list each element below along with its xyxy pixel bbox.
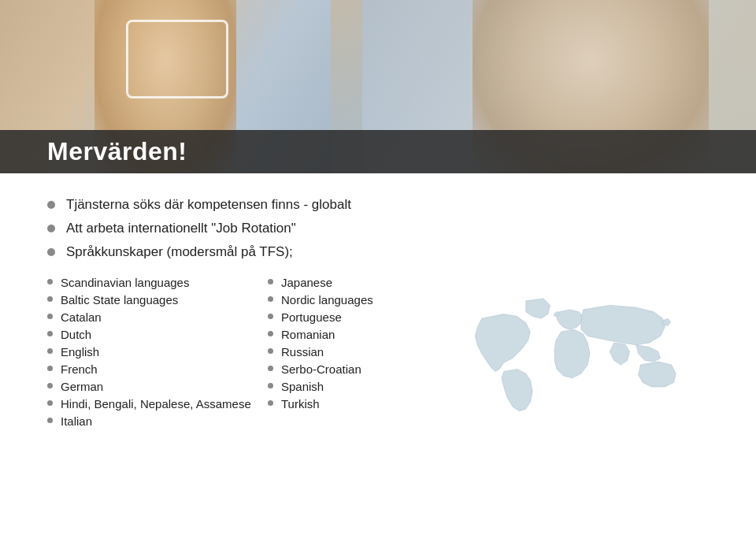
language-column-2: Japanese Nordic languages Portuguese Rom… <box>268 276 441 432</box>
lang-text-hindi: Hindi, Bengali, Nepalese, Assamese <box>61 397 251 411</box>
lang-item-dutch: Dutch <box>47 328 268 341</box>
languages-section: Scandinavian languages Baltic State lang… <box>47 276 709 432</box>
lang-item-german: German <box>47 380 268 393</box>
bullet-item-3: Språkkunskaper (modersmål på TFS); <box>47 244 709 260</box>
lang-text-french: French <box>61 362 98 376</box>
bullet-item-1: Tjänsterna söks där kompetensen finns - … <box>47 197 709 213</box>
lang-bullet <box>268 348 273 354</box>
bullet-text-1: Tjänsterna söks där kompetensen finns - … <box>66 197 351 213</box>
bullet-text-3: Språkkunskaper (modersmål på TFS); <box>66 244 293 260</box>
lang-bullet <box>47 383 53 388</box>
lang-bullet <box>268 279 273 284</box>
lang-bullet <box>47 296 53 302</box>
lang-text-russian: Russian <box>281 345 324 359</box>
lang-item-russian: Russian <box>268 345 441 359</box>
lang-item-baltic: Baltic State languages <box>47 293 268 307</box>
bullet-text-2: Att arbeta internationellt "Job Rotation… <box>66 221 296 236</box>
world-map-svg <box>469 291 689 417</box>
lang-text-scandinavian: Scandinavian languages <box>61 276 189 289</box>
lang-bullet <box>268 331 273 336</box>
lang-item-japanese: Japanese <box>268 276 441 289</box>
lang-item-italian: Italian <box>47 414 268 428</box>
lang-text-dutch: Dutch <box>61 328 91 341</box>
lang-text-spanish: Spanish <box>281 380 324 393</box>
lang-text-romanian: Romanian <box>281 328 335 341</box>
lang-bullet <box>47 400 53 406</box>
lang-item-scandinavian: Scandinavian languages <box>47 276 268 289</box>
lang-item-romanian: Romanian <box>268 328 441 341</box>
bullet-dot-3 <box>47 248 55 256</box>
lang-item-french: French <box>47 362 268 376</box>
lang-bullet <box>47 366 53 371</box>
bullet-item-2: Att arbeta internationellt "Job Rotation… <box>47 221 709 236</box>
lang-bullet <box>47 418 53 423</box>
lang-text-nordic: Nordic languages <box>281 293 373 307</box>
lang-text-portuguese: Portuguese <box>281 310 342 324</box>
lang-item-nordic: Nordic languages <box>268 293 441 307</box>
bullet-list: Tjänsterna söks där kompetensen finns - … <box>47 197 709 260</box>
lang-bullet <box>47 348 53 354</box>
lang-text-catalan: Catalan <box>61 310 102 324</box>
lang-text-german: German <box>61 380 103 393</box>
world-map <box>441 276 709 432</box>
lang-item-spanish: Spanish <box>268 380 441 393</box>
lang-item-portuguese: Portuguese <box>268 310 441 324</box>
lang-item-serbo-croatian: Serbo-Croatian <box>268 362 441 376</box>
lang-text-italian: Italian <box>61 414 92 428</box>
hero-title: Mervärden! <box>47 137 187 166</box>
lang-item-catalan: Catalan <box>47 310 268 324</box>
lang-text-serbo-croatian: Serbo-Croatian <box>281 362 361 376</box>
hero-bottom-bar: Mervärden! <box>0 130 756 173</box>
bullet-dot-1 <box>47 201 55 209</box>
lang-text-english: English <box>61 345 99 359</box>
content-section: Tjänsterna söks där kompetensen finns - … <box>0 173 756 448</box>
lang-bullet <box>268 314 273 319</box>
lang-bullet <box>268 366 273 371</box>
lang-bullet <box>47 331 53 336</box>
lang-bullet <box>268 383 273 388</box>
lang-bullet <box>47 279 53 284</box>
hero-section: Mervärden! <box>0 0 756 173</box>
lang-item-hindi: Hindi, Bengali, Nepalese, Assamese <box>47 397 268 411</box>
bullet-dot-2 <box>47 225 55 232</box>
lang-item-english: English <box>47 345 268 359</box>
lang-item-turkish: Turkish <box>268 397 441 411</box>
lang-text-turkish: Turkish <box>281 397 320 411</box>
lang-bullet <box>47 314 53 319</box>
lang-bullet <box>268 296 273 302</box>
lang-text-baltic: Baltic State languages <box>61 293 178 307</box>
language-column-1: Scandinavian languages Baltic State lang… <box>47 276 268 432</box>
hero-frame <box>126 20 228 98</box>
lang-bullet <box>268 400 273 406</box>
lang-text-japanese: Japanese <box>281 276 332 289</box>
